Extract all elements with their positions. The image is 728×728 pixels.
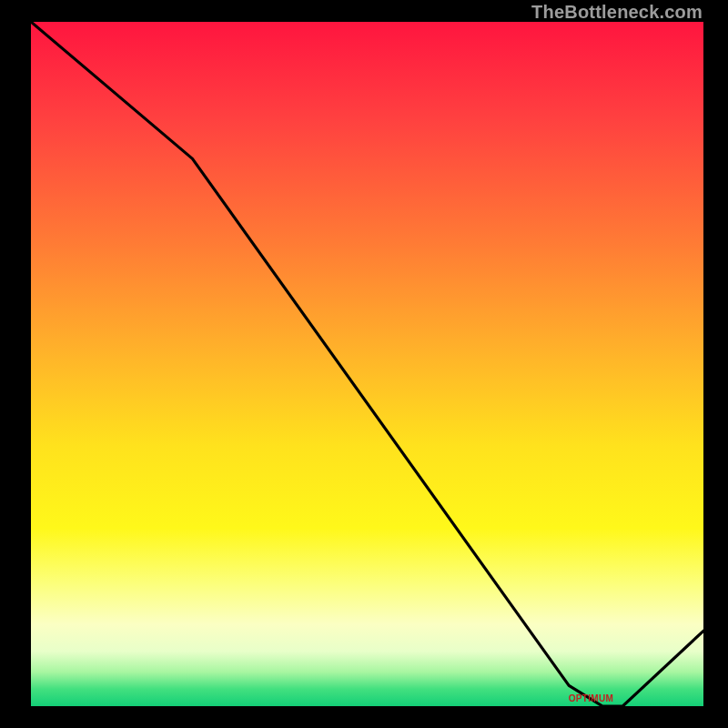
- plot-area: OPTIMUM: [31, 22, 703, 706]
- plot-frame: TheBottleneck.com OPTIMUM: [0, 0, 728, 728]
- chart-container: TheBottleneck.com OPTIMUM: [0, 0, 728, 728]
- bottleneck-curve-path: [31, 22, 703, 706]
- optimum-label: OPTIMUM: [569, 693, 613, 703]
- watermark-text: TheBottleneck.com: [531, 2, 703, 23]
- line-series: [31, 22, 703, 706]
